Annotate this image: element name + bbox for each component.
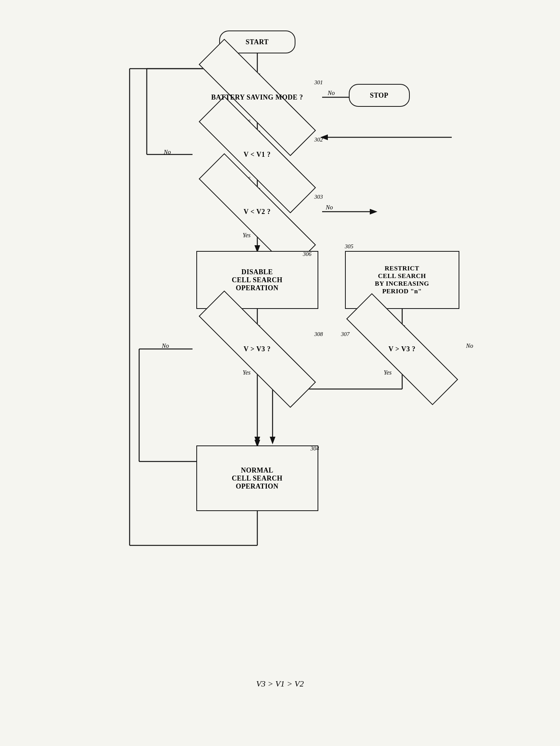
v-v3-left-no-label: No	[162, 342, 169, 349]
v-v2-yes-label: Yes	[243, 232, 251, 239]
disable-cell-ref: 306	[303, 251, 312, 257]
v-v3-right-ref: 307	[341, 331, 350, 338]
flowchart-container: START STOP BATTERY SAVING MODE ? 301 Yes…	[109, 23, 452, 671]
normal-cell-label: NORMAL CELL SEARCH OPERATION	[232, 466, 282, 490]
v-v3-right-yes-label: Yes	[384, 369, 392, 376]
battery-check-label: BATTERY SAVING MODE ?	[211, 93, 303, 101]
v-v2-check-node: V < V2 ?	[193, 194, 322, 230]
v-v3-left-node: V > V3 ?	[193, 331, 322, 367]
v-v3-right-node: V > V3 ?	[341, 331, 463, 367]
disable-cell-label: DISABLE CELL SEARCH OPERATION	[232, 268, 282, 292]
v-v2-no-label: No	[326, 204, 333, 211]
battery-no-label: No	[328, 90, 335, 96]
equation: V3 > V1 > V2	[256, 679, 304, 689]
start-label: START	[246, 38, 269, 46]
v-v3-right-no-label: No	[466, 342, 473, 349]
v-v3-left-label: V > V3 ?	[244, 345, 271, 353]
stop-label: STOP	[370, 92, 388, 100]
v-v3-left-ref: 308	[314, 331, 323, 338]
v-v1-ref: 302	[314, 137, 323, 143]
v-v2-ref: 303	[314, 194, 323, 200]
normal-cell-node: NORMAL CELL SEARCH OPERATION	[196, 445, 318, 511]
battery-check-ref: 301	[314, 79, 323, 86]
v-v3-left-yes-label: Yes	[243, 369, 251, 376]
v-v1-label: V < V1 ?	[244, 151, 271, 159]
stop-node: STOP	[349, 84, 410, 107]
page: START STOP BATTERY SAVING MODE ? 301 Yes…	[0, 0, 560, 746]
v-v1-no-label: No	[164, 149, 171, 156]
restrict-cell-label: RESTRICT CELL SEARCH BY INCREASING PERIO…	[375, 265, 429, 295]
restrict-cell-ref: 305	[345, 243, 354, 250]
restrict-cell-node: RESTRICT CELL SEARCH BY INCREASING PERIO…	[345, 251, 459, 309]
normal-cell-ref: 304	[311, 445, 319, 452]
v-v3-right-label: V > V3 ?	[388, 345, 416, 353]
v-v2-label: V < V2 ?	[244, 208, 271, 216]
